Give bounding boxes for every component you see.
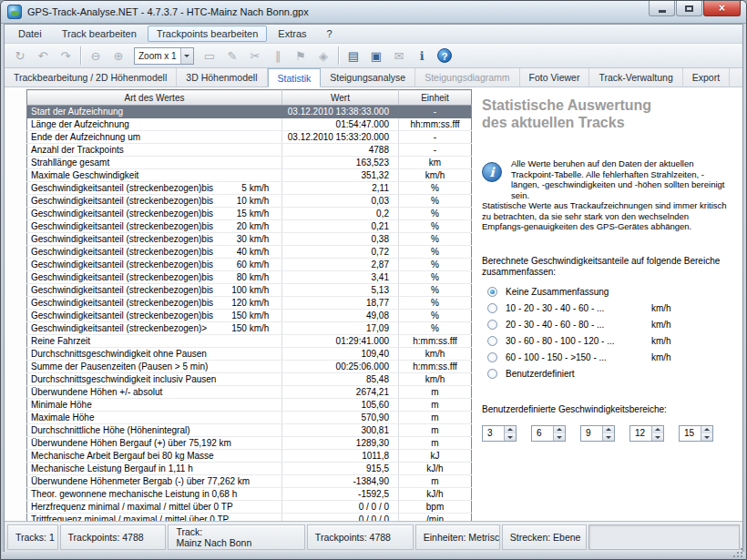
maximize-button[interactable] [676, 1, 702, 16]
table-row[interactable]: Herzfrequenz minimal / maximal / mittel … [27, 501, 472, 514]
table-row[interactable]: Start der Aufzeichnung03.12.2010 13:38:3… [27, 106, 472, 118]
menu-item[interactable]: ? [318, 25, 342, 42]
menu-item[interactable]: Track bearbeiten [53, 25, 146, 42]
table-row[interactable]: Geschwindigkeitsanteil (streckenbezogen)… [27, 220, 472, 233]
speed-range-spinner[interactable]: 9 [580, 425, 615, 442]
radio-option[interactable]: 30 - 60 - 80 - 100 - 120 - ...km/h [487, 336, 732, 346]
cell-einheit: % [399, 310, 472, 322]
title-bar[interactable]: GPS-Track-Analyse.NET - 4.7.3.7 - HTC-Ma… [1, 1, 746, 24]
toolbar-separator [338, 46, 339, 65]
zoom-out-button[interactable]: ⊖ [85, 46, 107, 66]
zoom-combobox[interactable]: Zoom x 1 [134, 47, 194, 65]
marker-flag-button[interactable]: ⚑ [290, 46, 312, 66]
minimize-button[interactable] [649, 1, 675, 16]
table-row[interactable]: Summe der Pausenzeiten (Pausen > 5 min)0… [27, 361, 472, 373]
table-row[interactable]: Mechanische Arbeit Bergauf bei 80 kg Mas… [27, 450, 472, 463]
waypoint-button[interactable]: ◈ [312, 46, 334, 66]
redo-button[interactable]: ↷ [55, 46, 77, 66]
table-row[interactable]: Ende der Aufzeichnung um03.12.2010 15:33… [27, 131, 472, 144]
speed-range-spinner[interactable]: 6 [531, 425, 566, 442]
table-row[interactable]: Durchschnittsgeschwindigkeit ohne Pausen… [27, 348, 472, 361]
zoom-in-button[interactable]: ⊕ [107, 46, 129, 66]
table-row[interactable]: Überwundene Höhen Bergauf (+) über 75,19… [27, 437, 472, 450]
radio-option[interactable]: 60 - 100 - 150 - >150 - ...km/h [487, 352, 732, 362]
undo-button[interactable]: ↶ [32, 46, 54, 66]
info-button[interactable]: ℹ [411, 46, 433, 66]
radio-option[interactable]: 20 - 30 - 40 - 60 - 80 - ...km/h [487, 320, 732, 330]
menu-item[interactable]: Datei [9, 25, 51, 42]
cell-einheit: hh:mm:ss.fff [399, 118, 472, 131]
table-row[interactable]: Überwundene Höhen +/- absolut2674,21m [27, 386, 472, 399]
radio-icon [487, 352, 497, 362]
table-row[interactable]: Maximale Geschwindigkeit351,32km/h [27, 169, 472, 182]
tab-track-verwaltung[interactable]: Track-Verwaltung [589, 68, 682, 87]
table-row[interactable]: Geschwindigkeitsanteil (streckenbezogen)… [27, 259, 472, 271]
table-row[interactable]: Geschwindigkeitsanteil (streckenbezogen)… [27, 233, 472, 246]
reload-track-button[interactable]: ↻ [9, 46, 31, 66]
email-button[interactable]: ✉ [388, 46, 410, 66]
table-row[interactable]: Überwundene Höhenmeter Bergab (-) über 7… [27, 475, 472, 488]
table-row[interactable]: Reine Fahrzeit01:29:41.000h:mm:ss.fff [27, 335, 472, 348]
table-row[interactable]: Anzahl der Trackpoints4788- [27, 144, 472, 157]
table-row[interactable]: Geschwindigkeitsanteil (streckenbezogen)… [27, 195, 472, 208]
radio-option[interactable]: Benutzerdefiniert [487, 369, 732, 379]
tab-steigungsdiagramm[interactable]: Steigungsdiagramm [415, 68, 519, 87]
table-row[interactable]: Geschwindigkeitsanteil (streckenbezogen)… [27, 297, 472, 310]
table-row[interactable]: Geschwindigkeitsanteil (streckenbezogen)… [27, 310, 472, 322]
table-row[interactable]: Strahllänge gesamt163,523km [27, 157, 472, 169]
table-row[interactable]: Durchschnittliche Höhe (Höhenintegral)30… [27, 424, 472, 437]
spinner-up-icon[interactable] [554, 426, 565, 433]
spinner-up-icon[interactable] [603, 426, 614, 433]
radio-option[interactable]: 10 - 20 - 30 - 40 - 60 - ...km/h [487, 303, 732, 313]
save-image-button[interactable]: ▣ [365, 46, 387, 66]
split-track-button[interactable]: ∥ [267, 46, 289, 66]
print-button[interactable]: ▤ [343, 46, 364, 66]
tab-export[interactable]: Export [683, 68, 730, 87]
cut-track-button[interactable]: ✂ [244, 46, 266, 66]
select-area-icon: ▭ [204, 49, 215, 63]
table-row[interactable]: Durchschnittsgeschwindigkeit inclusiv Pa… [27, 373, 472, 386]
table-row[interactable]: Maximale Höhe570,90m [27, 412, 472, 424]
help-button[interactable]: ? [434, 46, 455, 66]
table-row[interactable]: Minimale Höhe105,60m [27, 399, 472, 412]
spinner-down-icon[interactable] [603, 433, 614, 441]
spinner-buttons [504, 426, 516, 441]
column-header-einheit[interactable]: Einheit [399, 90, 472, 106]
radio-option[interactable]: Keine Zusammenfassung [487, 287, 732, 297]
column-header-art[interactable]: Art des Wertes [27, 90, 282, 106]
table-row[interactable]: Geschwindigkeitsanteil (streckenbezogen)… [27, 182, 472, 195]
spinner-up-icon[interactable] [505, 426, 516, 433]
spinner-up-icon[interactable] [701, 426, 712, 433]
close-button[interactable]: × [703, 1, 741, 16]
statistics-table: Art des Wertes Wert Einheit Start der Au… [26, 89, 472, 539]
menu-item[interactable]: Trackpoints bearbeiten [148, 25, 268, 42]
table-row[interactable]: Mechanische Leistung Bergauf in 1,11 h91… [27, 463, 472, 475]
edit-trackpoint-button[interactable]: ✎ [221, 46, 243, 66]
tab-foto-viewer[interactable]: Foto Viewer [520, 68, 590, 87]
table-row[interactable]: Theor. gewonnene mechanische Leistung in… [27, 488, 472, 501]
resize-grip-icon[interactable] [732, 546, 742, 557]
table-row[interactable]: Länge der Aufzeichnung01:54:47.000hh:mm:… [27, 118, 472, 131]
tab-trackbearbeitung-2d-h-henmodell[interactable]: Trackbearbeitung / 2D Höhenmodell [5, 68, 177, 87]
tab-steigungsanalyse[interactable]: Steigungsanalyse [321, 68, 415, 87]
table-row[interactable]: Geschwindigkeitsanteil (streckenbezogen)… [27, 322, 472, 335]
speed-range-spinner[interactable]: 12 [629, 425, 664, 442]
spinner-down-icon[interactable] [505, 433, 516, 441]
table-row[interactable]: Geschwindigkeitsanteil (streckenbezogen)… [27, 208, 472, 220]
tab-statistik[interactable]: Statistik [268, 68, 322, 87]
speed-range-spinner[interactable]: 15 [679, 425, 713, 442]
cell-wert: 2,11 [282, 182, 399, 195]
table-row[interactable]: Geschwindigkeitsanteil (streckenbezogen)… [27, 246, 472, 259]
spinner-up-icon[interactable] [652, 426, 663, 433]
table-row[interactable]: Geschwindigkeitsanteil (streckenbezogen)… [27, 271, 472, 284]
spinner-down-icon[interactable] [554, 433, 565, 441]
column-header-wert[interactable]: Wert [282, 90, 399, 106]
select-area-button[interactable]: ▭ [199, 46, 220, 66]
speed-range-spinner[interactable]: 3 [482, 425, 517, 442]
tab-3d-h-henmodell[interactable]: 3D Höhenmodell [177, 68, 267, 87]
menu-item[interactable]: Extras [269, 25, 315, 42]
spinner-down-icon[interactable] [652, 433, 663, 441]
table-row[interactable]: Geschwindigkeitsanteil (streckenbezogen)… [27, 284, 472, 297]
spinner-down-icon[interactable] [701, 433, 712, 441]
status-track-name: Mainz Nach Bonn [176, 537, 296, 548]
